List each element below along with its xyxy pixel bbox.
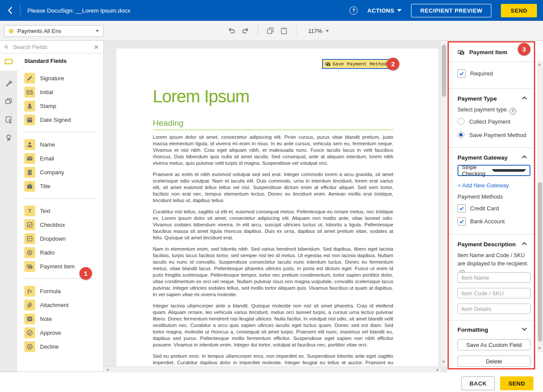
person-icon [24, 139, 35, 150]
redo-icon[interactable] [241, 27, 250, 35]
expand-chevron-icon[interactable] [522, 327, 527, 331]
item-code-sku-input[interactable] [457, 288, 530, 298]
standard-fields-title: Standard Fields [24, 58, 103, 64]
document-paragraph: Sed eu pretium eros. In tempus ullamcorp… [153, 353, 393, 366]
field-item-name[interactable]: Name [24, 137, 103, 151]
actions-label: ACTIONS [367, 7, 394, 14]
field-item-text[interactable]: T Text [24, 204, 103, 218]
panel-divider [449, 62, 534, 62]
actions-menu-button[interactable]: ACTIONS [367, 7, 401, 14]
document-page: Save Payment Method Lorem Ipsum Heading … [116, 49, 438, 366]
briefcase-icon [24, 181, 35, 192]
paste-icon[interactable] [280, 27, 288, 35]
checkbox-checked-icon[interactable] [457, 204, 466, 212]
clear-search-icon[interactable]: ✕ [93, 44, 99, 50]
tab-standard-fields[interactable] [0, 53, 17, 70]
radio-selected-icon[interactable] [457, 131, 464, 138]
item-name-input[interactable] [457, 272, 530, 283]
annotation-badge-2: 2 [387, 58, 399, 70]
scroll-right-icon[interactable] [437, 369, 439, 371]
placed-payment-field[interactable]: Save Payment Method [322, 59, 390, 69]
field-item-checkbox[interactable]: Checkbox [24, 218, 103, 232]
tab-merge-fields[interactable] [0, 93, 17, 110]
zoom-level-value: 117% [308, 28, 322, 34]
field-item-title[interactable]: Title [24, 179, 103, 193]
undo-icon[interactable] [227, 27, 236, 35]
field-item-note[interactable]: Note [24, 312, 103, 326]
vertical-scrollbar[interactable] [441, 41, 447, 366]
recipient-preview-button[interactable]: RECIPIENT PREVIEW [411, 4, 491, 17]
payment-type-help: Select payment type.? [457, 106, 516, 114]
back-chevron-icon[interactable] [0, 0, 20, 21]
gateway-select[interactable]: Stripe Checking [457, 165, 530, 176]
panel-scrollbar[interactable] [537, 61, 543, 352]
collapse-chevron-icon[interactable] [522, 155, 527, 159]
dropdown-icon [24, 233, 35, 244]
collapse-chevron-icon[interactable] [522, 242, 527, 245]
credit-card-checkbox-row[interactable]: Credit Card [457, 204, 499, 212]
search-fields-input[interactable] [12, 43, 90, 51]
tab-custom-fields[interactable] [0, 75, 17, 91]
field-item-approve[interactable]: Approve [24, 326, 103, 340]
add-new-gateway-link[interactable]: + Add New Gateway [457, 182, 509, 189]
send-button-footer[interactable]: SEND [500, 376, 533, 390]
radio-unselected-icon[interactable] [457, 118, 464, 125]
field-item-formula[interactable]: fx Formula [24, 284, 103, 298]
annotation-badge-1: 1 [79, 267, 92, 280]
field-item-signature[interactable]: Signature [24, 71, 103, 85]
scroll-down-icon[interactable] [538, 347, 541, 350]
field-item-email[interactable]: Email [24, 151, 103, 165]
field-item-attachment[interactable]: Attachment [24, 298, 103, 312]
panel-divider [449, 234, 534, 235]
help-icon[interactable]: ? [349, 7, 358, 15]
stacked-pages-icon [5, 98, 13, 105]
zoom-level-control[interactable]: 117% [308, 28, 329, 34]
field-item-radio[interactable]: Radio [24, 245, 103, 259]
required-checkbox-row[interactable]: Required [457, 69, 493, 78]
field-item-company[interactable]: Company [24, 165, 103, 179]
scroll-down-icon[interactable] [442, 361, 445, 363]
field-group-divider [24, 198, 96, 199]
required-label: Required [470, 70, 493, 77]
scrollbar-thumb[interactable] [538, 182, 542, 342]
copy-icon[interactable] [267, 27, 274, 35]
help-icon[interactable]: ? [510, 108, 516, 114]
scroll-left-icon[interactable] [106, 369, 109, 371]
toolbar-divider [258, 26, 258, 36]
item-details-input[interactable] [457, 304, 530, 314]
envelope-icon [24, 153, 35, 164]
field-item-dropdown[interactable]: Dropdown [24, 232, 103, 245]
scrollbar-thumb[interactable] [442, 45, 446, 97]
field-item-date-signed[interactable]: Date Signed [24, 113, 103, 127]
tab-recipient-fields[interactable] [0, 111, 17, 128]
search-icon [4, 44, 8, 50]
document-title: Lorem Ipsum [153, 87, 393, 106]
field-item-stamp[interactable]: Stamp [24, 99, 103, 113]
tab-seals[interactable] [0, 130, 17, 146]
note-icon [24, 314, 35, 324]
field-item-initial[interactable]: DS Initial [24, 85, 103, 99]
field-item-decline[interactable]: Decline [24, 340, 103, 353]
scroll-up-icon[interactable] [538, 63, 541, 65]
checkbox-checked-icon[interactable] [457, 217, 466, 225]
back-button[interactable]: BACK [461, 376, 495, 390]
text-icon: T [24, 206, 35, 216]
panel-title-row: Payment Item [457, 49, 507, 56]
checkbox-checked-icon[interactable] [457, 69, 466, 78]
recipient-selector[interactable]: Payments All Env [4, 25, 103, 37]
placed-field-label: Save Payment Method [332, 62, 387, 67]
paperclip-icon [24, 300, 35, 310]
bank-account-checkbox-row[interactable]: Bank Account [457, 217, 505, 225]
collapse-chevron-icon[interactable] [522, 96, 527, 100]
radio-collect-payment[interactable]: Collect Payment [457, 118, 510, 125]
date-signed-icon [24, 114, 35, 125]
delete-field-button[interactable]: Delete [457, 356, 530, 367]
horizontal-scrollbar[interactable] [104, 366, 441, 372]
payment-methods-label: Payment Methods [457, 193, 503, 200]
payment-icon [457, 49, 465, 56]
send-button-header[interactable]: SEND [501, 4, 537, 17]
radio-save-payment-method[interactable]: Save Payment Method [457, 131, 527, 138]
payment-type-title: Payment Type [457, 95, 497, 102]
editor-toolbar: Payments All Env 117% [0, 21, 543, 41]
save-as-custom-field-button[interactable]: Save As Custom Field [457, 339, 530, 350]
